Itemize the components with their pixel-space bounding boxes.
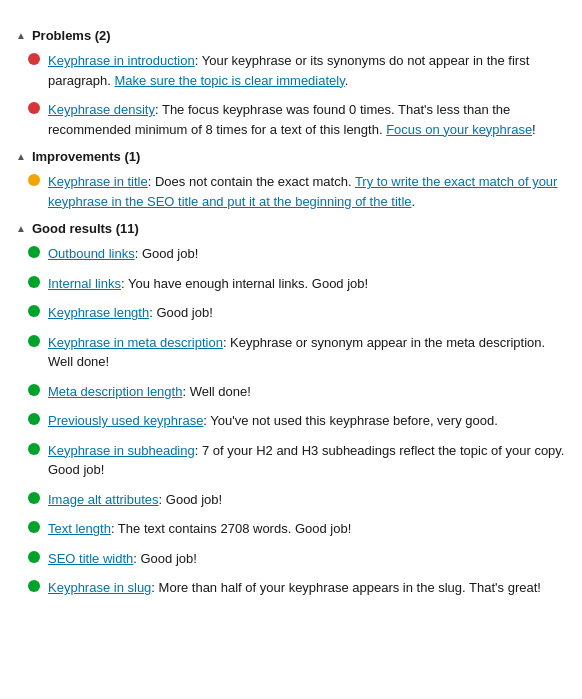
item-link[interactable]: Previously used keyphrase [48, 413, 203, 428]
item-text: Keyphrase in introduction: Your keyphras… [48, 51, 566, 90]
chevron-icon: ▲ [16, 223, 26, 234]
item-link[interactable]: Text length [48, 521, 111, 536]
item-text: Keyphrase in subheading: 7 of your H2 an… [48, 441, 566, 480]
group-items-improvements: Keyphrase in title: Does not contain the… [20, 172, 566, 211]
list-item: Keyphrase in subheading: 7 of your H2 an… [20, 441, 566, 480]
list-item: Previously used keyphrase: You've not us… [20, 411, 566, 431]
item-text: Outbound links: Good job! [48, 244, 566, 264]
item-action-link[interactable]: Focus on your keyphrase [386, 122, 532, 137]
red-dot [28, 102, 40, 114]
item-text: Image alt attributes: Good job! [48, 490, 566, 510]
group-header-improvements[interactable]: ▲Improvements (1) [16, 149, 566, 164]
item-text: Text length: The text contains 2708 word… [48, 519, 566, 539]
item-text: Keyphrase in meta description: Keyphrase… [48, 333, 566, 372]
item-link[interactable]: Keyphrase in slug [48, 580, 151, 595]
green-dot [28, 413, 40, 425]
item-link[interactable]: Keyphrase in meta description [48, 335, 223, 350]
item-text: Internal links: You have enough internal… [48, 274, 566, 294]
green-dot [28, 580, 40, 592]
group-improvements: ▲Improvements (1)Keyphrase in title: Doe… [16, 149, 566, 211]
item-text: Meta description length: Well done! [48, 382, 566, 402]
item-text: SEO title width: Good job! [48, 549, 566, 569]
item-link[interactable]: Meta description length [48, 384, 182, 399]
chevron-icon: ▲ [16, 30, 26, 41]
green-dot [28, 246, 40, 258]
group-problems: ▲Problems (2)Keyphrase in introduction: … [16, 28, 566, 139]
group-items-good-results: Outbound links: Good job!Internal links:… [20, 244, 566, 598]
item-link[interactable]: Keyphrase length [48, 305, 149, 320]
item-link[interactable]: SEO title width [48, 551, 133, 566]
item-link[interactable]: Keyphrase density [48, 102, 155, 117]
group-label: Improvements (1) [32, 149, 140, 164]
group-label: Problems (2) [32, 28, 111, 43]
list-item: Text length: The text contains 2708 word… [20, 519, 566, 539]
item-action-link[interactable]: Make sure the topic is clear immediately [115, 73, 345, 88]
item-link[interactable]: Outbound links [48, 246, 135, 261]
list-item: SEO title width: Good job! [20, 549, 566, 569]
green-dot [28, 305, 40, 317]
green-dot [28, 276, 40, 288]
green-dot [28, 384, 40, 396]
item-text: Previously used keyphrase: You've not us… [48, 411, 566, 431]
item-link[interactable]: Keyphrase in introduction [48, 53, 195, 68]
item-text: Keyphrase in slug: More than half of you… [48, 578, 566, 598]
orange-dot [28, 174, 40, 186]
red-dot [28, 53, 40, 65]
item-text: Keyphrase density: The focus keyphrase w… [48, 100, 566, 139]
list-item: Keyphrase length: Good job! [20, 303, 566, 323]
group-header-good-results[interactable]: ▲Good results (11) [16, 221, 566, 236]
item-link[interactable]: Keyphrase in title [48, 174, 148, 189]
list-item: Keyphrase in title: Does not contain the… [20, 172, 566, 211]
item-link[interactable]: Image alt attributes [48, 492, 159, 507]
green-dot [28, 443, 40, 455]
item-link[interactable]: Keyphrase in subheading [48, 443, 195, 458]
list-item: Meta description length: Well done! [20, 382, 566, 402]
list-item: Keyphrase density: The focus keyphrase w… [20, 100, 566, 139]
list-item: Image alt attributes: Good job! [20, 490, 566, 510]
green-dot [28, 551, 40, 563]
group-items-problems: Keyphrase in introduction: Your keyphras… [20, 51, 566, 139]
list-item: Internal links: You have enough internal… [20, 274, 566, 294]
item-link[interactable]: Internal links [48, 276, 121, 291]
group-good-results: ▲Good results (11)Outbound links: Good j… [16, 221, 566, 598]
item-text: Keyphrase length: Good job! [48, 303, 566, 323]
list-item: Keyphrase in slug: More than half of you… [20, 578, 566, 598]
item-text: Keyphrase in title: Does not contain the… [48, 172, 566, 211]
group-header-problems[interactable]: ▲Problems (2) [16, 28, 566, 43]
group-label: Good results (11) [32, 221, 139, 236]
list-item: Keyphrase in meta description: Keyphrase… [20, 333, 566, 372]
list-item: Outbound links: Good job! [20, 244, 566, 264]
analysis-results-panel: ▲Problems (2)Keyphrase in introduction: … [16, 28, 566, 598]
list-item: Keyphrase in introduction: Your keyphras… [20, 51, 566, 90]
green-dot [28, 492, 40, 504]
chevron-icon: ▲ [16, 151, 26, 162]
green-dot [28, 521, 40, 533]
green-dot [28, 335, 40, 347]
